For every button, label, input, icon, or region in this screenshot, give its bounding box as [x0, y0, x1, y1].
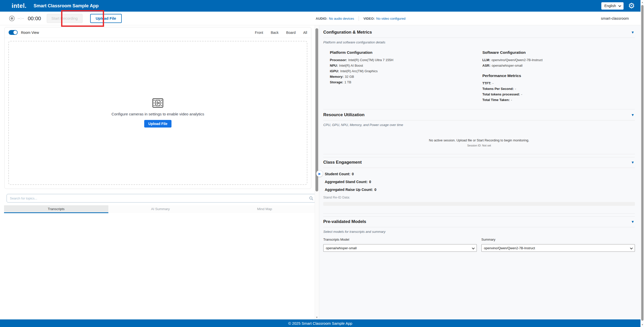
summary-model-select[interactable]: openvino/Qwen/Qwen2-7B-Instruct — [481, 244, 635, 252]
platform-configuration-column: Platform Configuration Processor:Intel(R… — [330, 49, 482, 104]
class-engagement-title: Class Engagement — [323, 160, 362, 165]
app-footer: © 2025 Smart Classroom Sample App — [0, 319, 640, 327]
resource-utilization-header: Resource Utilization ▼ — [323, 110, 635, 120]
page-scrollbar: ▲ ▼ — [640, 0, 644, 327]
language-select-wrap: English — [601, 2, 624, 10]
config-metrics-subtitle: Platform and software configuration deta… — [323, 40, 635, 44]
start-recording-button[interactable]: Start Recording — [47, 14, 83, 23]
page-scrollbar-thumb[interactable] — [641, 5, 643, 321]
camera-view-card: Room View Front Back Board All Configure… — [4, 27, 311, 189]
resource-utilization-title: Resource Utilization — [323, 112, 364, 117]
config-metrics-header: Configuration & Metrics ▼ — [323, 27, 635, 38]
platform-config-title: Platform Configuration — [330, 50, 482, 55]
audio-status-value[interactable]: No audio devices — [329, 17, 354, 20]
tab-ai-summary[interactable]: AI Summary — [108, 205, 213, 213]
summary-model-field: Summary openvino/Qwen/Qwen2-7B-Instruct — [481, 238, 635, 252]
collapse-triangle-icon[interactable]: ▼ — [631, 31, 634, 34]
search-icon[interactable] — [309, 196, 313, 200]
models-header: Pre-validated Models ▼ — [323, 217, 635, 227]
session-name: smart-classroom — [601, 16, 629, 20]
resource-utilization-body: No active session. Upload file or Start … — [323, 131, 635, 154]
kv-row: TTFT:- — [482, 81, 635, 85]
tab-mind-map[interactable]: Mind Map — [212, 205, 317, 213]
tab-transcripts[interactable]: Transcripts — [4, 205, 108, 213]
config-metrics-title: Configuration & Metrics — [323, 30, 372, 35]
app-header: intel. Smart Classroom Sample App Englis… — [0, 0, 640, 12]
stand-reid-empty-strip — [323, 202, 635, 206]
no-session-message: No active session. Upload file or Start … — [323, 138, 635, 142]
section-divider — [323, 214, 635, 217]
topic-search-box — [7, 194, 317, 203]
performance-metrics-title: Performance Metrics — [482, 73, 635, 78]
video-status-value[interactable]: No video configured — [376, 17, 406, 20]
collapse-triangle-icon[interactable]: ▼ — [631, 161, 634, 164]
section-resource-utilization: Resource Utilization ▼ CPU, GPU, NPU, Me… — [323, 110, 635, 154]
metrics-sidebar: Configuration & Metrics ▼ Platform and s… — [319, 25, 640, 319]
collapse-triangle-icon[interactable]: ▼ — [631, 220, 634, 223]
camera-button-board[interactable]: Board — [286, 31, 295, 35]
transcripts-model-label: Transcripts Model — [323, 238, 477, 241]
camera-angle-buttons: Front Back Board All — [255, 31, 307, 35]
room-view-label: Room View — [21, 31, 39, 35]
film-video-icon — [152, 98, 163, 108]
record-icon — [9, 16, 15, 21]
kv-row: Total Time Taken:- — [482, 98, 635, 102]
camera-button-front[interactable]: Front — [255, 31, 263, 35]
kv-row: NPU:Intel(R) AI Boost — [330, 64, 482, 67]
transcripts-model-field: Transcripts Model openai/whisper-small — [323, 238, 477, 252]
audio-status-label: AUDIO: — [316, 17, 327, 20]
dropzone-upload-file-button[interactable]: Upload File — [144, 120, 171, 128]
scroll-up-arrow-icon[interactable]: ▲ — [641, 1, 644, 4]
kv-row: iGPU:Intel(R) Arc(TM) Graphics — [330, 69, 482, 73]
kv-row: Processor:Intel(R) Core(TM) Ultra 7 155H — [330, 58, 482, 62]
language-select[interactable]: English — [601, 2, 624, 10]
kv-row: Total tokens processed:- — [482, 92, 635, 96]
software-configuration-column: Software Configuration LLM:openvino/Qwen… — [482, 49, 635, 104]
app-title: Smart Classroom Sample App — [34, 3, 98, 9]
section-prevalidated-models: Pre-validated Models ▼ Select models for… — [323, 217, 635, 258]
search-input[interactable] — [10, 196, 309, 200]
scroll-down-arrow-icon[interactable]: ▼ — [641, 323, 644, 326]
performance-metrics-block: Performance Metrics TTFT:- Tokens Per Se… — [482, 73, 635, 102]
transcripts-model-select[interactable]: openai/whisper-small — [323, 244, 477, 252]
section-class-engagement: Class Engagement ▼ Student Count:0 Aggre… — [323, 157, 635, 214]
gear-icon[interactable]: ⚙ — [628, 2, 635, 10]
session-id-text: Session ID: Not set — [323, 144, 635, 147]
student-count-value: 0 — [352, 172, 354, 176]
intel-logo: intel. — [12, 3, 27, 9]
collapse-triangle-icon[interactable]: ▼ — [631, 113, 634, 117]
upload-file-button[interactable]: Upload File — [90, 14, 122, 23]
header-actions: English ⚙ — [601, 2, 635, 10]
room-view-toggle[interactable] — [9, 30, 18, 35]
software-config-title: Software Configuration — [482, 50, 635, 55]
models-grid: Transcripts Model openai/whisper-small S… — [323, 238, 635, 252]
panel-expand-handle[interactable]: ▶ — [316, 170, 323, 177]
video-status-label: VIDEO: — [363, 17, 375, 20]
class-engagement-body: Student Count:0 Aggregated Stand Count:0… — [323, 168, 635, 213]
triangle-right-icon: ▶ — [318, 172, 321, 175]
models-title: Pre-validated Models — [323, 219, 366, 224]
kv-row: Memory:32 GB — [330, 75, 482, 79]
content-tabs: Transcripts AI Summary Mind Map — [4, 205, 317, 213]
config-grid: Platform Configuration Processor:Intel(R… — [323, 48, 635, 109]
camera-card-header: Room View Front Back Board All — [5, 27, 311, 38]
footer-text: © 2025 Smart Classroom Sample App — [288, 321, 352, 325]
timer-placeholder: --:-- — [18, 16, 24, 20]
camera-button-back[interactable]: Back — [271, 31, 279, 35]
kv-row: Storage:1 TB — [330, 80, 482, 84]
stand-count-value: 0 — [369, 180, 371, 184]
section-divider — [323, 154, 635, 157]
student-count-row: Student Count:0 — [323, 172, 635, 176]
scroll-down-arrow-icon[interactable]: ▼ — [315, 316, 319, 319]
video-analytics-panel: Room View Front Back Board All Configure… — [0, 25, 315, 319]
av-status-bar: AUDIO: No audio devices VIDEO: No video … — [316, 12, 405, 25]
camera-button-all[interactable]: All — [303, 31, 307, 35]
kv-row: ASR:openai/whisper-small — [482, 64, 635, 67]
video-dropzone: Configure cameras in settings to enable … — [8, 41, 307, 185]
raise-up-count-row: Aggregated Raise Up Count:0 — [323, 188, 635, 192]
configure-cameras-message: Configure cameras in settings to enable … — [112, 112, 204, 116]
left-scrollbar-thumb[interactable] — [315, 28, 318, 191]
class-engagement-header: Class Engagement ▼ — [323, 157, 635, 168]
timer-value: 00:00 — [28, 15, 41, 21]
raise-up-count-value: 0 — [375, 188, 377, 192]
